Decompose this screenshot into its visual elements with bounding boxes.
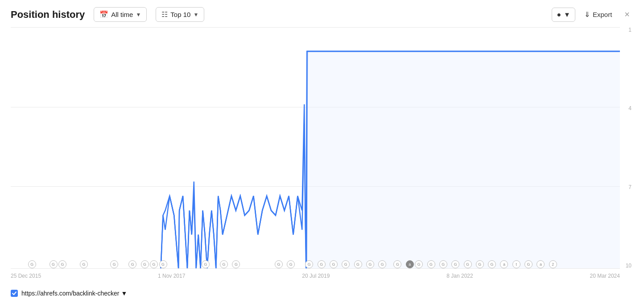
widget-title: Position history <box>11 9 85 21</box>
chart-svg <box>11 27 620 268</box>
url-selector[interactable]: https://ahrefs.com/backlink-checker ▼ <box>21 290 127 297</box>
event-g-22[interactable]: G <box>393 260 401 268</box>
calendar-icon: 📅 <box>99 10 108 19</box>
header-actions: ● ▼ ⇓ Export × <box>552 8 633 22</box>
position-history-widget: Position history 📅 All time ▼ ☷ Top 10 ▼… <box>0 0 644 304</box>
x-label-1: 25 Dec 2015 <box>11 273 41 279</box>
event-g-23[interactable]: G <box>415 260 423 268</box>
chart-container: G G G G G G G G G G G G G G G G G G G G <box>11 27 633 286</box>
event-a-3[interactable]: a <box>537 260 545 268</box>
x-label-4: 8 Jan 2022 <box>446 273 473 279</box>
y-label-10: 10 <box>626 263 632 268</box>
event-g-30[interactable]: t <box>512 260 520 268</box>
event-g-5[interactable]: G <box>110 260 118 268</box>
url-checkbox[interactable] <box>11 290 18 297</box>
export-label: Export <box>593 11 612 18</box>
event-g-24[interactable]: G <box>427 260 435 268</box>
event-g-8[interactable]: G <box>150 260 158 268</box>
compare-arrow: ▼ <box>564 11 570 18</box>
compare-button[interactable]: ● ▼ <box>552 8 575 22</box>
close-icon: × <box>624 9 630 19</box>
x-label-2: 1 Nov 2017 <box>158 273 185 279</box>
event-g-4[interactable]: G <box>80 260 88 268</box>
top-filter-chevron: ▼ <box>193 12 198 18</box>
x-axis: 25 Dec 2015 1 Nov 2017 20 Jul 2019 8 Jan… <box>11 273 620 279</box>
event-g-17[interactable]: G <box>330 260 338 268</box>
event-g-26[interactable]: G <box>451 260 459 268</box>
event-g-9[interactable]: G <box>159 260 167 268</box>
event-g-13[interactable]: G <box>275 260 283 268</box>
event-g-32[interactable]: 2 <box>549 260 557 268</box>
event-g-27[interactable]: G <box>464 260 472 268</box>
event-g-20[interactable]: G <box>366 260 374 268</box>
event-g-15[interactable]: G <box>305 260 313 268</box>
url-text: https://ahrefs.com/backlink-checker <box>21 290 119 297</box>
chart-inner: G G G G G G G G G G G G G G G G G G G G <box>11 27 620 286</box>
events-row: G G G G G G G G G G G G G G G G G G G G <box>11 259 620 269</box>
event-g-10[interactable]: G <box>202 260 210 268</box>
compare-icon: ● <box>557 11 561 19</box>
widget-header: Position history 📅 All time ▼ ☷ Top 10 ▼… <box>11 7 633 22</box>
top-filter-button[interactable]: ☷ Top 10 ▼ <box>156 7 204 22</box>
time-filter-chevron: ▼ <box>136 12 141 18</box>
export-button[interactable]: ⇓ Export <box>582 8 614 21</box>
y-label-1: 1 <box>628 27 632 33</box>
event-g-14[interactable]: G <box>287 260 295 268</box>
time-filter-button[interactable]: 📅 All time ▼ <box>94 7 147 22</box>
event-a-2[interactable]: a <box>500 260 508 268</box>
table-icon: ☷ <box>161 10 168 19</box>
x-label-3: 20 Jul 2019 <box>302 273 330 279</box>
event-g-11[interactable]: G <box>220 260 228 268</box>
y-label-4: 4 <box>628 106 632 111</box>
top-filter-label: Top 10 <box>170 11 190 18</box>
check-icon <box>12 291 17 296</box>
event-g-12[interactable]: G <box>232 260 240 268</box>
event-g-6[interactable]: G <box>128 260 136 268</box>
y-axis: 1 4 7 10 <box>620 27 633 268</box>
event-g-19[interactable]: G <box>354 260 362 268</box>
event-g-16[interactable]: G <box>318 260 326 268</box>
close-button[interactable]: × <box>621 8 633 21</box>
x-label-5: 20 Mar 2024 <box>590 273 620 279</box>
event-g-28[interactable]: G <box>476 260 484 268</box>
event-g-1[interactable]: G <box>28 260 36 268</box>
time-filter-label: All time <box>111 11 133 18</box>
event-g-21[interactable]: G <box>378 260 386 268</box>
event-g-29[interactable]: G <box>488 260 496 268</box>
event-g-18[interactable]: G <box>342 260 350 268</box>
y-label-7: 7 <box>628 185 632 190</box>
event-g-2[interactable]: G <box>50 260 58 268</box>
event-g-7[interactable]: G <box>141 260 149 268</box>
chart-fill <box>307 51 620 268</box>
event-a-1[interactable]: a <box>406 260 414 268</box>
chart-footer: https://ahrefs.com/backlink-checker ▼ <box>11 290 633 297</box>
event-g-31[interactable]: G <box>524 260 533 268</box>
export-icon: ⇓ <box>584 10 590 19</box>
event-g-25[interactable]: G <box>439 260 447 268</box>
event-g-3[interactable]: G <box>58 260 66 268</box>
url-chevron: ▼ <box>121 290 127 297</box>
